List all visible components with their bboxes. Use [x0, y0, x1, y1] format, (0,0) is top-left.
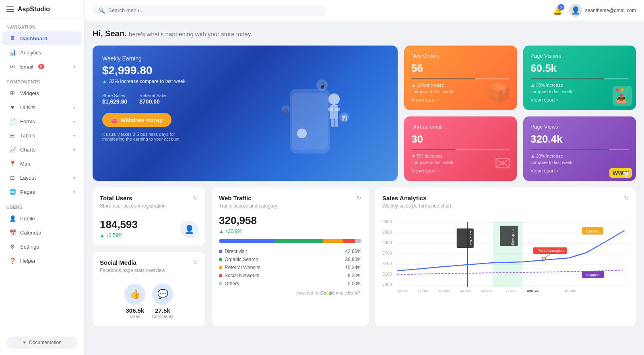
users-stats: 184,593 ▲ +3.59%	[100, 218, 138, 238]
traffic-change-text: +20.9%	[225, 228, 242, 234]
notification-button[interactable]: 🔔 3	[553, 6, 563, 15]
card-subtitle: Facebook page stats overview	[100, 268, 165, 273]
sidebar-item-label: Settings	[20, 244, 39, 250]
search-input[interactable]	[108, 7, 320, 13]
earning-label-text: Earning	[586, 229, 599, 233]
search-icon: 🔍	[98, 7, 105, 14]
likes-label: Likes	[124, 314, 145, 319]
greeting-name: Hi, Sean.	[93, 29, 126, 38]
right-stats-column-2: Page Visitors 60.5k ▲ 33% increase compa…	[523, 46, 636, 181]
documentation-button[interactable]: ⊞ Documentation	[6, 336, 78, 349]
sidebar-item-calendar[interactable]: 📅 Calendar	[2, 226, 82, 239]
referral-sales-value: $700.00	[139, 98, 167, 105]
referral-sales-label: Referral Sales	[139, 93, 167, 98]
sidebar-item-label: Forms	[20, 118, 35, 125]
comments-value: 27.5k	[152, 307, 173, 314]
sidebar-item-label: Email	[20, 64, 33, 70]
likes-icon: 👍	[124, 284, 145, 305]
page-content: Hi, Sean. here's what's happening with y…	[85, 21, 644, 355]
traffic-item-label: Direct visit	[219, 249, 247, 254]
users-section-label: Users	[0, 199, 84, 211]
card-header: Total Users Store user account registrat…	[100, 195, 198, 214]
stat-link-text: View report	[411, 97, 436, 103]
sidebar-item-analytics[interactable]: 📊 Analytics	[2, 46, 82, 59]
sidebar-item-label: Dashboard	[20, 35, 47, 42]
dot-icon	[219, 266, 222, 269]
hamburger-menu[interactable]	[6, 6, 14, 12]
sidebar-item-forms[interactable]: 📄 Forms ▾	[2, 114, 82, 128]
refresh-button[interactable]: ↻	[193, 259, 198, 266]
traffic-item: Others 5.00%	[219, 281, 361, 286]
earning-note: It usually takes 3-5 business days for t…	[102, 132, 191, 141]
sidebar-item-map[interactable]: 📍 Map	[2, 157, 82, 170]
svg-text:8400: 8400	[382, 262, 392, 266]
refresh-button[interactable]: ↻	[624, 195, 629, 201]
stat-progress-bar	[411, 78, 510, 79]
stat-progress-fill	[530, 149, 609, 150]
svg-text:9000: 9000	[382, 241, 392, 245]
doc-button-label: Documentation	[29, 340, 62, 345]
arrow-up-icon: ▲	[530, 154, 535, 158]
chevron-down-icon: ▾	[73, 105, 75, 110]
stat-bg-icon: 📦	[486, 81, 511, 104]
sidebar-item-widgets[interactable]: ⊞ Widgets	[2, 86, 82, 100]
x-label: 04 Dec	[565, 289, 576, 293]
sidebar-item-label: Charts	[20, 147, 35, 153]
earning-title: Weekly Earning	[102, 55, 388, 62]
sidebar-item-tables[interactable]: ⊟ Tables ▾	[2, 129, 82, 142]
svg-text:8700: 8700	[382, 251, 392, 255]
arrow-up-icon: ▲	[411, 83, 416, 87]
users-value: 184,593	[100, 218, 138, 231]
stat-change-sub: compare to last week	[530, 160, 629, 165]
sidebar-item-label: Pages	[20, 189, 35, 195]
sidebar-item-profile[interactable]: 👤 Profile	[2, 212, 82, 225]
arrow-up-icon: ▲	[530, 83, 535, 87]
users-metric-row: 184,593 ▲ +3.59% 👤	[100, 218, 198, 238]
card-header-text: Sales Analytics Weekly sales performance…	[382, 195, 451, 214]
sidebar-item-label: UI Kits	[20, 104, 35, 110]
sidebar-item-pages[interactable]: 🌐 Pages ▾	[2, 185, 82, 199]
visitors-decoration: 📤	[613, 86, 632, 106]
main-area: 🔍 🔔 3 👤 seantheme@gmail.com Hi, Sean. he…	[85, 0, 644, 355]
stat-progress-fill	[411, 78, 475, 79]
sidebar-item-label: Map	[20, 161, 30, 167]
svg-text:9300: 9300	[382, 230, 392, 235]
email-badge: 8	[38, 64, 44, 69]
total-users-card: Total Users Store user account registrat…	[93, 187, 205, 245]
sidebar-item-layout[interactable]: ⊡ Layout ▾	[2, 171, 82, 185]
comments-metric: 💬 27.5k Comments	[152, 284, 173, 319]
sidebar-item-ui-kits[interactable]: ♥ UI Kits ▾	[2, 100, 82, 114]
x-label: 25 Nov	[481, 289, 493, 293]
refresh-button[interactable]: ↻	[357, 195, 361, 201]
up-arrow-icon: ▲	[102, 79, 107, 84]
sidebar-item-charts[interactable]: 📈 Charts ▾	[2, 143, 82, 156]
dot-icon	[219, 282, 222, 285]
greeting-subtitle: here's what's happening with your store …	[129, 31, 252, 37]
arrow-right-icon: ›	[556, 168, 558, 174]
anno-label-text: Anno. Test	[469, 231, 473, 245]
sidebar-item-settings[interactable]: ⚙ Settings	[2, 240, 82, 253]
social-bar	[343, 239, 355, 243]
google-logo-e: e	[332, 291, 334, 295]
sidebar-item-dashboard[interactable]: 🖥 Dashboard	[2, 31, 82, 45]
others-bar	[355, 239, 361, 243]
page-visitors-card: Page Visitors 60.5k ▲ 33% increase compa…	[523, 46, 636, 110]
refresh-button[interactable]: ↻	[193, 195, 198, 201]
source-pct: 36.80%	[345, 257, 361, 262]
dot-icon	[219, 274, 222, 277]
sidebar-item-helper[interactable]: ❓ Helper	[2, 254, 82, 268]
traffic-item: Referral Website 15.34%	[219, 265, 361, 270]
arrow-right-icon: ›	[437, 97, 439, 103]
source-pct: 42.66%	[345, 249, 361, 254]
user-menu[interactable]: 👤 seantheme@gmail.com	[569, 4, 636, 17]
svg-text:7800: 7800	[382, 282, 392, 287]
traffic-value: 320,958	[219, 214, 361, 227]
card-header-text: Web Traffic Traffic source and category	[219, 195, 277, 214]
source-pct: 9.20%	[348, 273, 361, 278]
unread-email-card: Unread email 30 ▼ 5% decrease compare to…	[404, 116, 517, 181]
withdraw-button[interactable]: 👛 Withdraw money	[102, 113, 171, 127]
traffic-items-list: Direct visit 42.66% Organic Search 36.80…	[219, 249, 361, 286]
dot-icon	[219, 250, 222, 253]
stat-progress-fill	[530, 78, 604, 79]
sidebar-item-email[interactable]: ✉ Email 8 ▾	[2, 60, 82, 73]
